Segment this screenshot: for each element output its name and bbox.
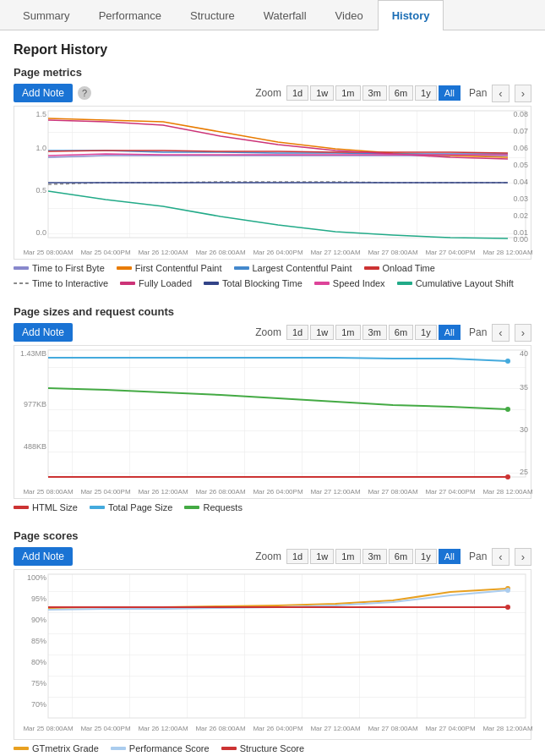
zoom-3m-3[interactable]: 3m — [362, 549, 387, 564]
svg-text:Mar 26 04:00PM: Mar 26 04:00PM — [253, 725, 302, 732]
svg-text:0.03: 0.03 — [513, 194, 528, 203]
legend-total-label: Total Page Size — [108, 502, 172, 512]
svg-text:Mar 25 04:00PM: Mar 25 04:00PM — [80, 725, 130, 732]
chart3-legend: GTmetrix Grade Performance Score Structu… — [14, 743, 531, 753]
svg-text:Mar 27 08:00AM: Mar 27 08:00AM — [368, 249, 417, 256]
section-page-scores: Page scores Add Note Zoom 1d 1w 1m 3m 6m… — [14, 529, 531, 753]
svg-text:Mar 27 04:00PM: Mar 27 04:00PM — [425, 249, 475, 256]
zoom-1w-1[interactable]: 1w — [310, 85, 334, 101]
chart2-legend: HTML Size Total Page Size Requests — [14, 502, 531, 512]
zoom-1d-3[interactable]: 1d — [286, 549, 308, 564]
legend-fcp-swatch — [117, 266, 132, 270]
legend-cls-swatch — [397, 282, 412, 285]
chart3-container: 100% 95% 90% 85% 80% 75% 70% Mar 25 08:0… — [14, 569, 531, 740]
pan-label-3: Pan — [469, 551, 487, 562]
section2-title: Page sizes and request counts — [14, 305, 531, 318]
legend-tti: Time to Interactive — [14, 278, 108, 288]
legend-struct-label: Structure Score — [240, 743, 304, 753]
svg-text:Mar 27 04:00PM: Mar 27 04:00PM — [425, 725, 475, 732]
pan-next-2[interactable]: › — [515, 324, 531, 342]
zoom-1w-2[interactable]: 1w — [310, 325, 334, 340]
svg-text:Mar 25 08:00AM: Mar 25 08:00AM — [23, 488, 73, 496]
legend-tbt-swatch — [204, 282, 219, 285]
chart3-controls: Add Note Zoom 1d 1w 1m 3m 6m 1y All Pan … — [14, 547, 531, 566]
chart2-controls: Add Note Zoom 1d 1w 1m 3m 6m 1y All Pan … — [14, 323, 531, 342]
zoom-6m-2[interactable]: 6m — [389, 325, 413, 340]
svg-text:1.0: 1.0 — [35, 144, 46, 152]
chart2-svg: 40 35 30 25 1.43MB 977KB 488KB — [14, 346, 532, 498]
tab-structure[interactable]: Structure — [176, 0, 249, 30]
section3-title: Page scores — [14, 529, 531, 542]
pan-next-1[interactable]: › — [515, 85, 531, 102]
zoom-all-3[interactable]: All — [439, 549, 461, 564]
zoom-1d-1[interactable]: 1d — [286, 85, 308, 101]
tab-history[interactable]: History — [378, 0, 444, 30]
svg-text:80%: 80% — [31, 658, 46, 666]
add-note-btn-3[interactable]: Add Note — [14, 547, 73, 566]
svg-point-33 — [505, 474, 510, 479]
zoom-1y-3[interactable]: 1y — [415, 549, 437, 564]
zoom-1m-2[interactable]: 1m — [335, 325, 360, 340]
svg-text:40: 40 — [520, 349, 528, 358]
legend-fcp: First Contentful Paint — [117, 263, 222, 273]
legend-html-swatch — [14, 506, 29, 509]
zoom-3m-2[interactable]: 3m — [362, 325, 387, 340]
zoom-1w-3[interactable]: 1w — [310, 549, 334, 564]
svg-text:Mar 26 12:00AM: Mar 26 12:00AM — [138, 249, 188, 256]
svg-point-53 — [505, 605, 510, 610]
legend-ttfb-label: Time to First Byte — [32, 263, 105, 273]
zoom-all-1[interactable]: All — [439, 85, 461, 101]
tab-video[interactable]: Video — [321, 0, 378, 30]
help-icon-1[interactable]: ? — [78, 86, 91, 100]
zoom-6m-3[interactable]: 6m — [389, 549, 413, 564]
tab-waterfall[interactable]: Waterfall — [249, 0, 321, 30]
svg-text:488KB: 488KB — [24, 442, 46, 451]
tab-summary[interactable]: Summary — [8, 0, 84, 30]
legend-requests-swatch — [184, 506, 199, 509]
svg-text:0.5: 0.5 — [35, 186, 46, 194]
legend-requests: Requests — [184, 502, 242, 512]
pan-prev-3[interactable]: ‹ — [492, 548, 509, 566]
page-title: Report History — [14, 42, 531, 58]
svg-text:Mar 28 12:00AM: Mar 28 12:00AM — [482, 725, 532, 732]
legend-perf-label: Performance Score — [129, 743, 210, 753]
tab-performance[interactable]: Performance — [84, 0, 176, 30]
svg-text:0.02: 0.02 — [513, 211, 528, 220]
svg-point-52 — [505, 588, 510, 593]
pan-next-3[interactable]: › — [515, 548, 531, 566]
add-note-btn-2[interactable]: Add Note — [14, 323, 73, 342]
zoom-1y-2[interactable]: 1y — [415, 325, 437, 340]
pan-prev-2[interactable]: ‹ — [492, 324, 509, 342]
legend-ttfb-swatch — [14, 266, 29, 270]
add-note-btn-1[interactable]: Add Note — [14, 84, 73, 102]
zoom-6m-1[interactable]: 6m — [389, 85, 413, 101]
svg-text:Mar 27 12:00AM: Mar 27 12:00AM — [310, 249, 360, 256]
svg-text:Mar 27 08:00AM: Mar 27 08:00AM — [368, 488, 417, 496]
svg-text:Mar 27 12:00AM: Mar 27 12:00AM — [310, 488, 360, 496]
legend-struct-score: Structure Score — [221, 743, 304, 753]
svg-text:Mar 25 08:00AM: Mar 25 08:00AM — [23, 249, 73, 256]
svg-text:30: 30 — [520, 425, 528, 434]
legend-si-swatch — [314, 282, 330, 285]
main-content: Report History Page metrics Add Note ? Z… — [0, 30, 545, 756]
pan-prev-1[interactable]: ‹ — [492, 85, 509, 102]
svg-text:0.07: 0.07 — [513, 127, 528, 135]
legend-html-size: HTML Size — [14, 502, 78, 512]
svg-point-32 — [505, 407, 510, 412]
zoom-all-2[interactable]: All — [439, 325, 461, 340]
zoom-buttons-3: 1d 1w 1m 3m 6m 1y All — [286, 549, 461, 564]
legend-gtmetrix-label: GTmetrix Grade — [32, 743, 99, 753]
pan-label-2: Pan — [469, 326, 487, 338]
svg-rect-23 — [48, 350, 526, 477]
zoom-label-1: Zoom — [255, 87, 281, 99]
legend-cls-label: Cumulative Layout Shift — [416, 278, 514, 288]
svg-text:1.43MB: 1.43MB — [20, 349, 46, 358]
tabs-bar: Summary Performance Structure Waterfall … — [0, 0, 545, 30]
zoom-1d-2[interactable]: 1d — [286, 325, 308, 340]
zoom-3m-1[interactable]: 3m — [362, 85, 387, 101]
zoom-1y-1[interactable]: 1y — [415, 85, 437, 101]
zoom-1m-3[interactable]: 1m — [335, 549, 360, 564]
section-page-metrics: Page metrics Add Note ? Zoom 1d 1w 1m 3m… — [14, 66, 531, 288]
svg-text:Mar 25 04:00PM: Mar 25 04:00PM — [80, 488, 130, 496]
zoom-1m-1[interactable]: 1m — [335, 85, 360, 101]
